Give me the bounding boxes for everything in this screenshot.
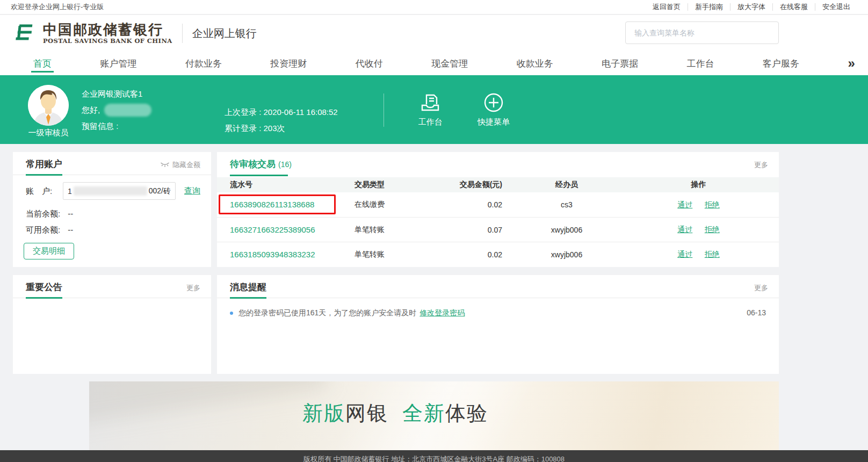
- approve-link[interactable]: 通过: [677, 225, 692, 234]
- avatar: [28, 85, 69, 126]
- user-role: 一级审核员: [16, 128, 81, 138]
- current-balance-value: --: [68, 209, 73, 218]
- col-amount: 交易金额(元): [451, 180, 502, 190]
- accounts-panel-title: 常用账户: [26, 158, 62, 170]
- bullet-icon: [230, 312, 233, 315]
- company-name: 企业网银测试客1: [82, 86, 151, 102]
- reserved-info-label: 预留信息 :: [82, 118, 151, 134]
- change-password-link[interactable]: 修改登录密码: [419, 308, 465, 318]
- last-login-text: 上次登录 : 2020-06-11 16:08:52: [225, 104, 338, 120]
- message-more-link[interactable]: 更多: [754, 283, 768, 293]
- quick-menu-label: 快捷菜单: [473, 117, 515, 127]
- reject-link[interactable]: 拒绝: [705, 250, 720, 258]
- nav-item-payment[interactable]: 付款业务: [185, 52, 222, 75]
- message-item: 您的登录密码已使用161天，为了您的账户安全请及时 修改登录密码: [230, 308, 720, 318]
- workbench-icon: [409, 91, 451, 114]
- login-count-text: 累计登录 : 203次: [225, 120, 338, 136]
- transaction-amount: 0.02: [451, 200, 502, 209]
- message-date: 06-13: [747, 308, 766, 317]
- approve-link[interactable]: 通过: [677, 250, 692, 258]
- main-nav: 首页 账户管理 付款业务 投资理财 代收付 现金管理 收款业务 电子票据 工作台…: [0, 52, 868, 75]
- banner-divider: [384, 93, 384, 127]
- product-name: 企业网上银行: [192, 26, 257, 41]
- account-select[interactable]: 1 002/砖: [63, 182, 176, 200]
- operator-name: xwyjb006: [502, 250, 631, 259]
- query-link[interactable]: 查询: [184, 186, 200, 196]
- bank-name-en: POSTAL SAVINGS BANK OF CHINA: [43, 37, 172, 45]
- account-label: 账 户:: [26, 186, 52, 197]
- bank-logo-icon: [13, 21, 38, 46]
- nav-item-cash-mgmt[interactable]: 现金管理: [431, 52, 468, 75]
- message-title-underline: [230, 297, 266, 299]
- promo-banner: 新版网银全新体验: [89, 381, 779, 450]
- eye-closed-icon: [160, 162, 170, 168]
- message-reminder-panel: 消息提醒 更多 您的登录密码已使用161天，为了您的账户安全请及时 修改登录密码…: [217, 275, 779, 374]
- menu-search-input[interactable]: [625, 21, 779, 44]
- pending-count: (16): [278, 160, 292, 169]
- welcome-text: 欢迎登录企业网上银行-专业版: [11, 2, 104, 12]
- col-action: 操作: [631, 180, 766, 190]
- user-banner: 一级审核员 企业网银测试客1 您好, 预留信息 : 上次登录 : 2020-06…: [0, 75, 868, 144]
- workbench-shortcut[interactable]: 工作台: [409, 91, 451, 127]
- avatar-illustration: [28, 85, 69, 126]
- common-accounts-panel: 常用账户 隐藏金额 账 户: 1 002/砖 查询 当前余额: -- 可用余额:…: [13, 152, 211, 267]
- hide-amount-toggle[interactable]: 隐藏金额: [160, 160, 200, 170]
- link-enlarge-font[interactable]: 放大字体: [730, 3, 772, 11]
- promo-slogan: 新版网银全新体验: [89, 400, 740, 427]
- transaction-amount: 0.07: [451, 226, 502, 234]
- login-info: 上次登录 : 2020-06-11 16:08:52 累计登录 : 203次: [225, 104, 338, 136]
- notice-title-underline: [26, 297, 62, 299]
- pending-panel-title: 待审核交易(16): [230, 158, 292, 170]
- header: 中国邮政储蓄银行 POSTAL SAVINGS BANK OF CHINA 企业…: [0, 15, 868, 52]
- copyright-text: 版权所有 中国邮政储蓄银行 地址：北京市西城区金融大街3号A座 邮政编码：100…: [303, 454, 565, 462]
- current-balance-label: 当前余额:: [26, 209, 60, 218]
- nav-item-receivables[interactable]: 收款业务: [517, 52, 553, 75]
- link-safe-logout[interactable]: 安全退出: [815, 3, 857, 11]
- company-info: 企业网银测试客1 您好, 预留信息 :: [82, 86, 151, 134]
- nav-item-home[interactable]: 首页: [33, 52, 52, 75]
- notice-more-link[interactable]: 更多: [186, 283, 200, 293]
- link-online-service[interactable]: 在线客服: [772, 3, 815, 11]
- message-panel-title: 消息提醒: [230, 281, 266, 293]
- operator-name: cs3: [502, 200, 631, 209]
- plus-circle-icon: [473, 91, 515, 114]
- notice-panel-title: 重要公告: [26, 281, 62, 293]
- approve-link[interactable]: 通过: [677, 200, 692, 209]
- nav-more-icon[interactable]: »: [848, 52, 855, 75]
- col-serial: 流水号: [230, 180, 355, 190]
- serial-link[interactable]: 1663185093948383232: [230, 250, 315, 259]
- serial-link[interactable]: 1663271663225389056: [230, 225, 315, 234]
- bank-logo: 中国邮政储蓄银行 POSTAL SAVINGS BANK OF CHINA 企业…: [13, 21, 257, 46]
- serial-link[interactable]: 1663890826113138688: [230, 200, 314, 209]
- accounts-title-underline: [26, 174, 62, 176]
- transaction-amount: 0.02: [451, 250, 502, 259]
- table-row: 1663271663225389056 单笔转账 0.07 xwyjb006 通…: [217, 217, 779, 242]
- table-row: 1663890826113138688 在线缴费 0.02 cs3 通过 拒绝: [217, 192, 779, 217]
- col-operator: 经办员: [502, 180, 631, 190]
- quick-menu-shortcut[interactable]: 快捷菜单: [473, 91, 515, 127]
- pending-more-link[interactable]: 更多: [754, 160, 768, 170]
- bank-name-cn: 中国邮政储蓄银行: [43, 22, 172, 37]
- available-balance-value: --: [68, 225, 73, 234]
- important-notice-panel: 重要公告 更多: [13, 275, 211, 374]
- transaction-type: 单笔转账: [355, 225, 451, 235]
- nav-item-workbench[interactable]: 工作台: [687, 52, 714, 75]
- available-balance-label: 可用余额:: [26, 225, 60, 234]
- transaction-detail-button[interactable]: 交易明细: [24, 243, 74, 259]
- link-return-home[interactable]: 返回首页: [646, 3, 688, 11]
- hide-amount-label: 隐藏金额: [172, 160, 200, 170]
- masked-account-number: [74, 186, 147, 196]
- nav-item-collection-payment[interactable]: 代收付: [356, 52, 383, 75]
- table-header: 流水号 交易类型 交易金额(元) 经办员 操作: [217, 177, 779, 192]
- nav-item-customer-service[interactable]: 客户服务: [763, 52, 799, 75]
- reject-link[interactable]: 拒绝: [705, 200, 720, 209]
- nav-item-account-mgmt[interactable]: 账户管理: [100, 52, 136, 75]
- col-type: 交易类型: [355, 180, 451, 190]
- link-beginner-guide[interactable]: 新手指南: [688, 3, 730, 11]
- nav-item-investment[interactable]: 投资理财: [270, 52, 307, 75]
- top-utility-bar: 欢迎登录企业网上银行-专业版 返回首页 新手指南 放大字体 在线客服 安全退出: [0, 0, 868, 15]
- reject-link[interactable]: 拒绝: [705, 225, 720, 234]
- top-links: 返回首页 新手指南 放大字体 在线客服 安全退出: [646, 3, 857, 11]
- nav-item-e-bill[interactable]: 电子票据: [602, 52, 638, 75]
- pending-transactions-panel: 待审核交易(16) 更多 流水号 交易类型 交易金额(元) 经办员 操作 166…: [217, 152, 779, 267]
